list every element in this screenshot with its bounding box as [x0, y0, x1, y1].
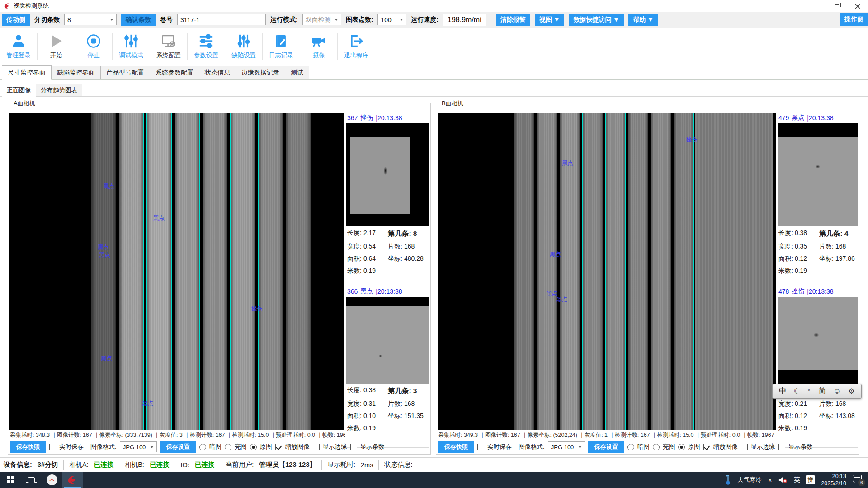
- roll-number-input[interactable]: 3117-1: [177, 14, 266, 25]
- save-snapshot-button[interactable]: 保存快照: [438, 441, 474, 453]
- bright-image-radio[interactable]: [653, 444, 660, 450]
- tab-front-image[interactable]: 正面图像: [2, 84, 36, 97]
- app-status-bar: 设备信息: 3#分切 相机A: 已连接 相机B: 已连接 IO: 已连接 当前用…: [0, 457, 868, 472]
- minimize-button[interactable]: [806, 0, 826, 12]
- camera-a-conn-status: 已连接: [94, 460, 114, 469]
- camera-b-title: B面相机: [440, 99, 465, 108]
- defect-card[interactable]: 366黑点|20:13:38 长度:0.38 第几条:3 宽度:0.31 片数:…: [346, 286, 429, 432]
- tab-test[interactable]: 测试: [285, 66, 309, 79]
- defect-card[interactable]: 479黑点|20:13:38 长度:0.38 第几条:4 宽度:0.35 片数:…: [778, 113, 858, 275]
- emoji-icon[interactable]: ☺: [833, 387, 840, 395]
- defect-fields: 长度:0.38 第几条:3 宽度:0.31 片数:168 面积:0.10 坐标:…: [346, 384, 429, 432]
- device-info-label: 设备信息:: [4, 460, 32, 469]
- start-button[interactable]: 开始: [38, 30, 75, 63]
- log-record-button[interactable]: 日志记录: [263, 30, 300, 63]
- ime-mode-chinese[interactable]: 中: [779, 386, 786, 396]
- zoom-image-checkbox[interactable]: [275, 444, 282, 450]
- ime-indicator[interactable]: 拼: [806, 475, 815, 484]
- realtime-save-checkbox[interactable]: [477, 444, 484, 450]
- show-strips-checkbox[interactable]: [350, 444, 357, 450]
- moon-icon[interactable]: ☾: [794, 387, 800, 395]
- tone-punctuation-icon[interactable]: °ˊ: [808, 388, 811, 394]
- thermometer-icon: [725, 474, 731, 485]
- task-view-button[interactable]: [21, 472, 42, 488]
- restore-button[interactable]: [826, 0, 847, 12]
- dark-image-label: 暗图: [209, 443, 222, 451]
- run-mode-select[interactable]: 双面检测: [302, 14, 341, 25]
- clock[interactable]: 20:13 2025/2/10: [821, 473, 846, 488]
- defect-overlay-label: 黑点: [153, 214, 165, 222]
- admin-login-button[interactable]: 管理登录: [0, 30, 37, 63]
- show-strips-label: 显示条数: [360, 443, 385, 451]
- scissors-icon: ✂: [47, 474, 57, 485]
- defect-card[interactable]: 367挫伤|20:13:38 长度:2.17 第几条:8 宽度:0.54 片数:…: [346, 113, 429, 275]
- tab-product-model-config[interactable]: 产品型号配置: [100, 66, 150, 79]
- start-button[interactable]: [0, 472, 21, 488]
- slit-count-select[interactable]: 8: [64, 14, 117, 25]
- volume-muted-icon[interactable]: [778, 476, 788, 483]
- show-edge-checkbox[interactable]: [741, 444, 748, 450]
- bright-image-label: 亮图: [663, 443, 675, 451]
- zoom-image-checkbox[interactable]: [703, 444, 710, 450]
- show-edge-checkbox[interactable]: [313, 444, 320, 450]
- tab-edge-data-record[interactable]: 边缘数据记录: [236, 66, 285, 79]
- tab-defect-monitor[interactable]: 缺陷监控界面: [51, 66, 101, 79]
- film-strip: [91, 113, 116, 430]
- app-window: 视觉检测系统 传动侧 分切条数 8 确认条数 卷号 3117-1 运行模式: 双…: [0, 0, 868, 488]
- camera-a-live-image: 黑点黑点黑点黑点挫伤黑点黑点: [9, 113, 344, 430]
- image-format-select[interactable]: JPG 100: [548, 441, 585, 452]
- play-icon: [48, 33, 64, 49]
- operator-side-button[interactable]: 操作侧: [840, 13, 868, 26]
- stop-button[interactable]: 停止: [75, 30, 112, 63]
- data-quick-access-menu-button[interactable]: 数据快捷访问 ▼: [569, 14, 624, 26]
- show-strips-checkbox[interactable]: [778, 444, 785, 450]
- debug-mode-button[interactable]: 调试模式: [113, 30, 150, 63]
- tab-status-info[interactable]: 状态信息: [199, 66, 236, 79]
- language-indicator[interactable]: 英: [794, 476, 800, 484]
- drive-side-button[interactable]: 传动侧: [2, 14, 30, 26]
- save-settings-button[interactable]: 保存设置: [160, 441, 196, 453]
- film-strip: [146, 113, 172, 430]
- defect-header: 366黑点|20:13:38: [346, 286, 429, 297]
- task-view-icon: [28, 477, 35, 483]
- realtime-save-checkbox[interactable]: [49, 444, 56, 450]
- inspection-app-taskbar-button[interactable]: [62, 472, 83, 488]
- original-image-radio[interactable]: [678, 444, 685, 450]
- tab-distribution-trend-chart[interactable]: 分布趋势图表: [36, 84, 82, 96]
- clear-alarm-button[interactable]: 清除报警: [496, 14, 530, 26]
- confirm-count-button[interactable]: 确认条数: [121, 14, 156, 26]
- defect-card[interactable]: 478挫伤|20:13:38 长度:0.57 第几条:3 宽度:0.21 片数:…: [778, 286, 858, 432]
- dark-image-radio[interactable]: [199, 444, 206, 450]
- image-format-select[interactable]: JPG 100: [120, 441, 157, 452]
- save-settings-button[interactable]: 保存设置: [588, 441, 624, 453]
- io-conn-status: 已连接: [195, 460, 215, 469]
- dark-image-label: 暗图: [637, 443, 650, 451]
- exit-program-button[interactable]: 退出程序: [338, 30, 375, 63]
- defect-sliders-icon: [236, 33, 251, 49]
- bright-image-radio[interactable]: [225, 444, 231, 450]
- realtime-save-label: 实时保存: [487, 443, 512, 451]
- show-edge-label: 显示边缘: [323, 443, 347, 451]
- original-image-radio[interactable]: [250, 444, 257, 450]
- defect-thumbnail: [778, 297, 858, 384]
- system-config-button[interactable]: 系统配置: [150, 30, 187, 63]
- simplified-chinese-toggle[interactable]: 简: [819, 386, 826, 396]
- zoom-image-label: 缩放图像: [285, 443, 310, 451]
- dark-image-radio[interactable]: [627, 444, 634, 450]
- action-center-button[interactable]: 6: [853, 475, 863, 485]
- original-image-label: 原图: [688, 443, 700, 451]
- chart-points-select[interactable]: 100: [377, 14, 406, 25]
- parameter-settings-button[interactable]: 参数设置: [188, 30, 225, 63]
- tray-expand-caret[interactable]: ∧: [768, 477, 772, 483]
- save-snapshot-button[interactable]: 保存快照: [10, 441, 46, 453]
- capture-video-button[interactable]: 摄像: [300, 30, 337, 63]
- snipping-tool-button[interactable]: ✂: [42, 472, 62, 488]
- defect-settings-button[interactable]: 缺陷设置: [225, 30, 262, 63]
- help-menu-button[interactable]: 帮助 ▼: [628, 14, 658, 26]
- view-menu-button[interactable]: 视图 ▼: [535, 14, 565, 26]
- gear-icon[interactable]: ⚙: [848, 387, 854, 395]
- tab-size-monitor[interactable]: 尺寸监控界面: [2, 65, 52, 80]
- weather-text[interactable]: 天气寒冷: [737, 476, 762, 484]
- tab-system-param-config[interactable]: 系统参数配置: [150, 66, 199, 79]
- close-button[interactable]: [847, 0, 868, 12]
